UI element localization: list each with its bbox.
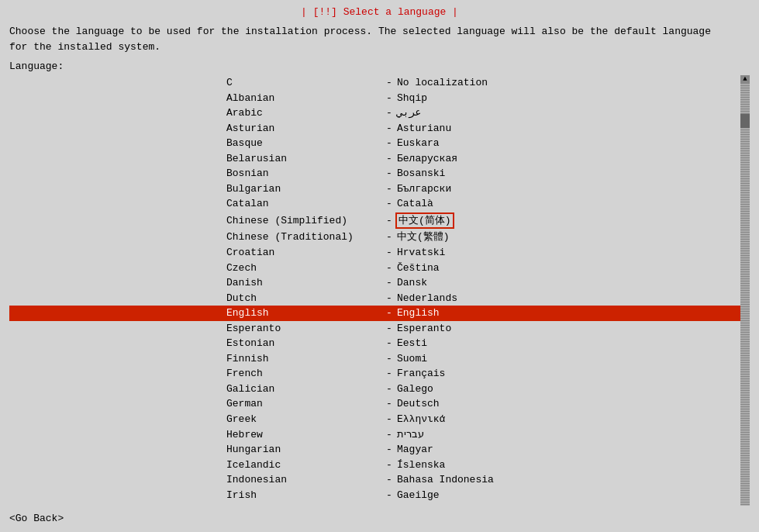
language-list-item[interactable]: Basque - Euskara (9, 136, 740, 151)
lang-name: Danish (226, 276, 381, 290)
language-list-item[interactable]: Arabic - عربي (9, 105, 740, 121)
language-list-item[interactable]: English - English (9, 306, 740, 321)
lang-dash: - (381, 397, 397, 411)
language-list-item[interactable]: Greek - Ελληνικά (9, 412, 740, 427)
language-list[interactable]: C - No localizationAlbanian - ShqipArabi… (9, 75, 740, 506)
lang-native: Беларуская (397, 152, 457, 166)
lang-native: Suomi (397, 352, 427, 366)
language-list-item[interactable]: Danish - Dansk (9, 275, 740, 291)
lang-native: English (397, 306, 440, 320)
lang-native: Shqip (397, 92, 427, 105)
lang-dash: - (381, 182, 397, 196)
lang-native: Bosanski (397, 167, 445, 181)
language-list-item[interactable]: Czech - Čeština (9, 261, 740, 276)
description-line1: Choose the language to be used for the i… (9, 26, 711, 37)
language-list-item[interactable]: Dutch - Nederlands (9, 291, 740, 306)
language-list-item[interactable]: French - Français (9, 366, 740, 382)
lang-native: Čeština (397, 261, 440, 275)
lang-name: Asturian (226, 122, 381, 136)
lang-native: Hrvatski (397, 246, 445, 260)
lang-name: Chinese (Traditional) (226, 230, 381, 244)
lang-native: Deutsch (397, 397, 440, 411)
go-back-button[interactable]: <Go Back> (9, 513, 64, 524)
lang-native: Magyar (397, 443, 433, 457)
lang-native: Dansk (397, 276, 427, 290)
lang-name: Chinese (Simplified) (226, 214, 381, 228)
lang-dash: - (381, 367, 397, 381)
lang-name: French (226, 367, 381, 381)
language-list-item[interactable]: Albanian - Shqip (9, 91, 740, 106)
lang-dash: - (381, 322, 397, 336)
lang-dash: - (381, 152, 397, 166)
language-list-item[interactable]: Bosnian - Bosanski (9, 166, 740, 181)
lang-native: Ελληνικά (397, 413, 445, 427)
lang-native: Íslenska (397, 458, 445, 472)
lang-native: Gaeilge (397, 489, 440, 503)
lang-native: Italiano (397, 503, 445, 506)
lang-dash: - (381, 136, 397, 150)
language-list-item[interactable]: Hebrew - עברית (9, 427, 740, 443)
language-list-item[interactable]: Finnish - Suomi (9, 351, 740, 367)
lang-name: English (226, 306, 381, 320)
language-list-item[interactable]: Bulgarian - Български (9, 181, 740, 197)
lang-name: Indonesian (226, 473, 381, 487)
language-list-item[interactable]: C - No localization (9, 75, 740, 91)
lang-dash: - (381, 337, 397, 351)
lang-dash: - (381, 214, 397, 228)
lang-name: Belarusian (226, 152, 381, 166)
language-list-item[interactable]: Italian - Italiano (9, 503, 740, 506)
language-list-item[interactable]: Icelandic - Íslenska (9, 458, 740, 473)
language-list-item[interactable]: Esperanto - Esperanto (9, 321, 740, 337)
language-list-item[interactable]: Belarusian - Беларуская (9, 151, 740, 167)
lang-name: Albanian (226, 92, 381, 105)
language-list-item[interactable]: Chinese (Simplified) - 中文(简体) (9, 212, 740, 230)
lang-dash: - (381, 230, 397, 244)
language-list-item[interactable]: Chinese (Traditional) - 中文(繁體) (9, 230, 740, 245)
lang-name: Croatian (226, 246, 381, 260)
lang-name: Icelandic (226, 458, 381, 472)
lang-name: Irish (226, 489, 381, 503)
lang-dash: - (381, 167, 397, 181)
lang-native: Asturianu (397, 122, 451, 136)
scrollbar[interactable]: ▲ ▼ (740, 75, 750, 506)
lang-name: Galician (226, 382, 381, 396)
lang-native: Euskara (397, 136, 440, 150)
language-list-item[interactable]: Estonian - Eesti (9, 336, 740, 351)
scrollbar-up-arrow[interactable]: ▲ (740, 75, 750, 83)
language-list-item[interactable]: Indonesian - Bahasa Indonesia (9, 472, 740, 488)
language-list-item[interactable]: Galician - Galego (9, 382, 740, 397)
lang-name: Estonian (226, 337, 381, 351)
scrollbar-thumb[interactable] (740, 114, 750, 128)
language-list-item[interactable]: Asturian - Asturianu (9, 121, 740, 136)
scrollbar-track (740, 83, 750, 506)
lang-native: עברית (397, 428, 424, 442)
lang-name: Czech (226, 261, 381, 275)
language-list-item[interactable]: German - Deutsch (9, 396, 740, 412)
language-list-item[interactable]: Irish - Gaeilge (9, 488, 740, 503)
lang-dash: - (381, 76, 397, 90)
lang-native: Galego (397, 382, 433, 396)
lang-dash: - (381, 428, 397, 442)
language-list-item[interactable]: Croatian - Hrvatski (9, 245, 740, 261)
lang-native: Français (397, 367, 445, 381)
lang-native: 中文(繁體) (397, 230, 450, 244)
lang-dash: - (381, 352, 397, 366)
lang-name: Esperanto (226, 322, 381, 336)
lang-name: Greek (226, 413, 381, 427)
lang-dash: - (381, 92, 397, 105)
lang-dash: - (381, 292, 397, 306)
lang-native: Esperanto (397, 322, 451, 336)
language-list-item[interactable]: Hungarian - Magyar (9, 442, 740, 458)
language-list-item[interactable]: Catalan - Català (9, 196, 740, 212)
lang-native: Nederlands (397, 292, 457, 306)
lang-name: German (226, 397, 381, 411)
lang-name: Catalan (226, 197, 381, 211)
lang-name: Italian (226, 503, 381, 506)
lang-dash: - (381, 122, 397, 136)
lang-name: Dutch (226, 292, 381, 306)
lang-dash: - (381, 197, 397, 211)
lang-native: Bahasa Indonesia (397, 473, 494, 487)
lang-dash: - (381, 473, 397, 487)
lang-native: Eesti (397, 337, 427, 351)
lang-native: Български (397, 182, 451, 196)
